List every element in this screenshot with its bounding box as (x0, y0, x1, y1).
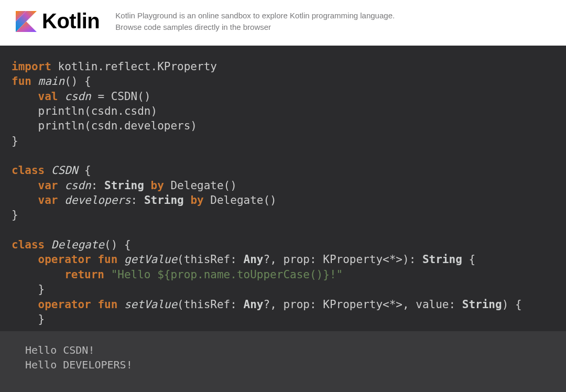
code-token: String (462, 298, 502, 311)
code-editor[interactable]: import kotlin.reflect.KProperty fun main… (0, 46, 566, 331)
code-token: getValue (117, 253, 177, 266)
code-token: Delegate() (204, 194, 277, 206)
code-token: ?, prop: KProperty<*>, value: (263, 298, 462, 311)
code-token: () { (64, 75, 91, 88)
code-token: operator (38, 298, 91, 311)
code-token: { (462, 253, 475, 266)
kotlin-logo: Kotlin (16, 9, 100, 33)
code-token: fun (91, 298, 118, 311)
code-token: Delegate() (164, 179, 237, 192)
code-token: println(csdn.csdn) (12, 105, 157, 117)
kotlin-logo-icon (16, 11, 37, 32)
code-token: : (91, 179, 104, 192)
code-token: ) { (502, 298, 522, 311)
header-description: Kotlin Playground is an online sandbox t… (115, 10, 398, 33)
code-token: = CSDN() (91, 90, 151, 103)
code-token: String (144, 194, 184, 206)
code-token: main (31, 75, 64, 88)
code-token: println(csdn.developers) (12, 119, 197, 132)
code-token: (thisRef: (177, 253, 243, 266)
header: Kotlin Kotlin Playground is an online sa… (0, 0, 566, 46)
code-token: : (131, 194, 144, 206)
code-token: "Hello ${prop.name.toUpperCase()}!" (104, 268, 343, 281)
code-token: by (144, 179, 164, 192)
code-token: { (78, 164, 91, 177)
code-token: ?, prop: KProperty<*>): (263, 253, 422, 266)
code-token: class (12, 238, 45, 251)
code-token: operator (38, 253, 91, 266)
code-token: developers (58, 194, 131, 206)
brand-name: Kotlin (42, 9, 100, 33)
code-token: csdn (58, 90, 91, 103)
code-token: return (64, 268, 104, 281)
code-token: kotlin.reflect.KProperty (51, 60, 217, 73)
output-line: Hello DEVELOPERS! (25, 358, 133, 371)
code-token: fun (12, 75, 31, 88)
output-line: Hello CSDN! (25, 344, 94, 356)
code-token: var (38, 179, 58, 192)
code-token: String (104, 179, 144, 192)
output-console: Hello CSDN! Hello DEVELOPERS! (0, 331, 566, 392)
code-token: (thisRef: (177, 298, 243, 311)
code-token: } (12, 283, 45, 296)
code-token: var (38, 194, 58, 206)
code-token: csdn (58, 179, 91, 192)
code-token: } (12, 313, 45, 325)
code-token: } (12, 135, 18, 147)
code-token: Delegate (45, 238, 104, 251)
code-token: String (422, 253, 462, 266)
code-token: () { (104, 238, 131, 251)
code-token: fun (91, 253, 118, 266)
code-token: import (12, 60, 51, 73)
code-token: Any (244, 298, 264, 311)
code-token: val (38, 90, 58, 103)
code-token: } (12, 209, 18, 221)
code-token: class (12, 164, 45, 177)
code-token: Any (244, 253, 264, 266)
code-token: setValue (117, 298, 177, 311)
code-token: by (184, 194, 204, 206)
code-token: CSDN (45, 164, 78, 177)
